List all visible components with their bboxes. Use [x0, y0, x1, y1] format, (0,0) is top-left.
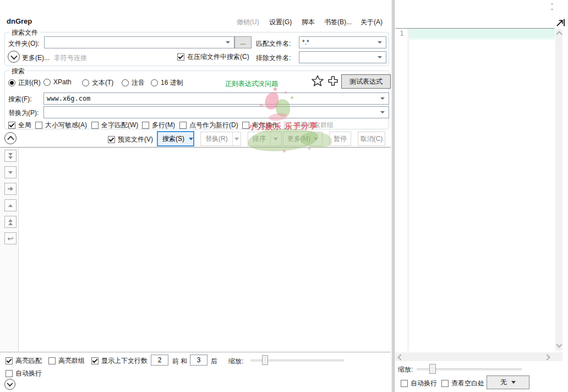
search-split-arrow[interactable]	[189, 138, 193, 140]
test-expression-button[interactable]: 测试表达式	[341, 74, 391, 89]
whole-word-checkbox[interactable]: 全字匹配(W)	[91, 121, 138, 130]
chevron-down-icon	[189, 138, 193, 140]
case-sensitive-checkbox[interactable]: 大小写敏感(A)	[35, 121, 87, 130]
radio-dot	[122, 79, 129, 86]
multiline-checkbox[interactable]: 多行(M)	[142, 121, 175, 130]
button-label: 排序	[248, 134, 270, 144]
replace-with-combobox[interactable]	[43, 106, 389, 118]
mode-text-radio[interactable]: 文本(T)	[82, 78, 113, 88]
highlight-matches-checkbox[interactable]: 高亮匹配	[6, 356, 42, 366]
results-zoom-label: 缩放:	[228, 357, 243, 366]
dot-as-newline-checkbox[interactable]: 点号作为新行(D)	[179, 121, 238, 130]
whitespace-mode-dropdown[interactable]: 无	[487, 375, 529, 389]
chevron-down-icon	[511, 381, 516, 384]
preview-word-wrap-checkbox[interactable]: 自动换行	[401, 379, 437, 388]
checkbox-label: 全字匹配(W)	[101, 121, 138, 130]
preview-file-checkbox[interactable]: 预览文件(V)	[108, 135, 153, 144]
chevron-up-icon	[7, 135, 14, 143]
highlight-groups-checkbox[interactable]: 高亮群组	[48, 356, 85, 366]
results-area[interactable]	[0, 147, 391, 352]
menu-bookmarks[interactable]: 书签(B)...	[324, 18, 352, 27]
preview-zoom-slider-thumb[interactable]	[429, 364, 436, 374]
popout-preview-icon[interactable]	[555, 17, 566, 28]
browse-folder-button[interactable]: ...	[234, 36, 252, 48]
search-button[interactable]: 搜索(S)	[157, 131, 194, 146]
regex-validation-message: 正则表达式没问题	[225, 79, 278, 89]
menu-script[interactable]: 脚本	[302, 18, 315, 27]
context-after-input[interactable]	[190, 355, 207, 366]
checkbox-label: 预览文件(V)	[118, 135, 153, 144]
app-title: dnGrep	[7, 17, 32, 25]
follow-symlinks-label: 非符号连接	[54, 53, 87, 63]
match-filename-combobox[interactable]: *.*	[299, 36, 386, 48]
results-zoom-slider-thumb[interactable]	[262, 355, 268, 365]
radio-label: 注音	[132, 78, 145, 88]
menu-settings[interactable]: 设置(G)	[269, 18, 292, 27]
exclude-filename-combobox[interactable]	[299, 51, 386, 63]
chevron-down-icon[interactable]	[380, 97, 385, 100]
chevron-down-icon[interactable]	[226, 41, 230, 43]
search-for-combobox[interactable]: www.x6g.com	[43, 92, 389, 105]
chevron-down-icon[interactable]	[380, 111, 385, 113]
match-filename-value: *.*	[299, 39, 309, 46]
collapse-search-panel-button[interactable]	[4, 132, 17, 144]
folder-combobox[interactable]	[44, 36, 234, 48]
context-before-input[interactable]	[151, 355, 168, 366]
dropdown-value: 无	[500, 378, 507, 387]
group-title: 搜索	[9, 67, 27, 76]
add-bookmark-plus-icon[interactable]	[327, 75, 339, 87]
view-whitespace-checkbox[interactable]: 查看空白处	[441, 379, 484, 388]
scroll-left-icon[interactable]	[397, 354, 403, 360]
search-for-value: www.x6g.com	[44, 95, 90, 102]
radio-label: 16 进制	[161, 78, 183, 88]
checkbox-label: 高亮匹配	[15, 356, 42, 366]
arrow-down-icon	[8, 171, 13, 174]
wrap-toggle-button[interactable]: ↩	[4, 232, 17, 244]
checkbox-box	[91, 357, 99, 364]
more-label[interactable]: 更多(E)...	[22, 53, 50, 63]
line-number: 1	[400, 29, 404, 37]
current-match-button[interactable]	[4, 183, 17, 195]
results-word-wrap-checkbox[interactable]: 自动换行	[6, 369, 42, 378]
mode-regex-radio[interactable]: 正则(R)	[8, 78, 41, 88]
search-archives-checkbox[interactable]: 在压缩文件中搜索(C)	[177, 52, 249, 62]
menu-undo: 撤销(U)	[237, 18, 259, 27]
previous-file-button[interactable]	[4, 216, 17, 228]
arrow-up-icon	[8, 204, 13, 207]
checkbox-box	[35, 122, 42, 129]
grip-dots-icon	[551, 3, 553, 4]
menu-about[interactable]: 关于(A)	[361, 18, 383, 27]
checkbox-label: 显示上下文行数	[101, 356, 148, 366]
next-file-button[interactable]	[4, 150, 17, 162]
scroll-down-icon[interactable]	[556, 341, 562, 347]
checkbox-box	[177, 53, 184, 61]
panel-splitter[interactable]	[391, 0, 395, 392]
preview-vertical-scrollbar[interactable]	[555, 29, 562, 351]
radio-label: XPath	[53, 78, 72, 86]
preview-horizontal-scrollbar[interactable]	[395, 352, 562, 361]
scroll-up-icon[interactable]	[556, 31, 562, 37]
next-match-button[interactable]	[4, 166, 17, 178]
mode-xpath-radio[interactable]: XPath	[43, 78, 72, 86]
mode-phonetic-radio[interactable]: 注音	[122, 78, 145, 88]
boolean-operators-checkbox[interactable]: 布尔操作	[242, 121, 278, 130]
search-files-group: 搜索文件 文件夹(O): ... 匹配文件名: *.* 更多(E)... 非符号…	[4, 32, 389, 66]
context-middle-label: 前 和	[172, 357, 187, 366]
radio-label: 正则(R)	[18, 78, 41, 88]
grip-dots-icon	[551, 9, 553, 10]
chevron-down-icon[interactable]	[378, 56, 382, 58]
replace-with-label: 替换为(P):	[8, 108, 39, 118]
more-button: 更多(M)	[283, 132, 323, 146]
checkbox-label: 点号作为新行(D)	[189, 121, 238, 130]
scroll-right-icon[interactable]	[544, 354, 550, 360]
search-for-label: 搜索(F):	[8, 95, 32, 104]
mode-hex-radio[interactable]: 16 进制	[151, 78, 183, 88]
more-options-expander[interactable]	[8, 51, 20, 63]
favorite-star-icon[interactable]	[311, 74, 324, 88]
checkbox-box	[91, 122, 99, 129]
expand-options-button[interactable]	[4, 379, 15, 390]
show-context-checkbox[interactable]: 显示上下文行数	[91, 356, 148, 366]
global-checkbox[interactable]: 全局	[8, 121, 31, 130]
previous-match-button[interactable]	[4, 199, 17, 211]
chevron-down-icon[interactable]	[378, 41, 382, 43]
